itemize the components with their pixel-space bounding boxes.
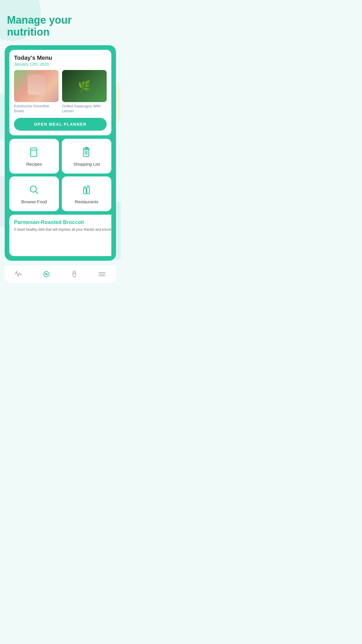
asparagus-image <box>62 70 107 102</box>
svg-point-8 <box>30 186 36 192</box>
browse-food-action-card[interactable]: Browse Food <box>9 176 59 211</box>
nav-item-nutrition[interactable] <box>38 269 55 279</box>
book-svg <box>29 147 39 158</box>
search-icon <box>28 183 41 196</box>
recipes-label: Recipes <box>26 162 42 167</box>
svg-point-18 <box>46 274 47 275</box>
shopping-list-label: Shopping List <box>73 162 100 167</box>
restaurants-label: Restaurants <box>75 199 99 204</box>
nav-item-menu[interactable] <box>93 269 111 279</box>
todays-menu-card: Today's Menu January 12th, 2020 Kombucha… <box>9 50 111 135</box>
featured-scroll: Parmesan-Roasted Broccoli A heart health… <box>9 215 111 256</box>
list-icon <box>80 146 93 159</box>
bottom-navigation <box>5 265 116 283</box>
header: Manage your nutrition <box>0 0 121 45</box>
activity-icon <box>15 270 23 278</box>
search-svg <box>29 185 39 195</box>
menu-section-title: Today's Menu <box>14 55 107 61</box>
supplements-icon <box>70 270 78 278</box>
recipes-action-card[interactable]: Recipes <box>9 139 59 174</box>
restaurants-action-card[interactable]: Restaurants <box>62 176 111 211</box>
quick-actions-grid: Recipes Shopping List <box>9 139 111 211</box>
kombucha-label: Kombucha Smoothie Bowls <box>14 104 59 114</box>
svg-rect-0 <box>31 148 37 157</box>
shopping-list-action-card[interactable]: Shopping List <box>62 139 111 174</box>
open-meal-planner-button[interactable]: OPEN MEAL PLANNER <box>14 118 107 131</box>
nav-item-activity[interactable] <box>10 269 27 279</box>
asparagus-label: Grilled Asparagus With Lemon <box>62 104 107 114</box>
asparagus-img-art <box>62 70 107 102</box>
book-icon <box>28 146 41 159</box>
nutrition-icon <box>42 270 50 278</box>
page-title: Manage your nutrition <box>7 14 114 38</box>
nav-item-supplements[interactable] <box>66 269 83 279</box>
kombucha-image <box>14 70 59 102</box>
menu-items-list: Kombucha Smoothie Bowls Grilled Asparagu… <box>14 70 107 114</box>
featured-description: A heart healthy dish that will impress a… <box>14 227 111 232</box>
browse-food-label: Browse Food <box>21 199 47 204</box>
featured-title: Parmesan-Roasted Broccoli <box>14 219 111 226</box>
featured-recipe-card[interactable]: Parmesan-Roasted Broccoli A heart health… <box>9 215 111 256</box>
menu-item-kombucha[interactable]: Kombucha Smoothie Bowls <box>14 70 59 114</box>
bottles-svg <box>81 185 92 195</box>
featured-text: Parmesan-Roasted Broccoli A heart health… <box>14 219 111 251</box>
menu-item-asparagus[interactable]: Grilled Asparagus With Lemon <box>62 70 107 114</box>
svg-rect-19 <box>73 271 75 277</box>
hamburger-menu-icon <box>98 270 106 278</box>
svg-rect-2 <box>84 148 89 157</box>
svg-line-9 <box>36 191 38 194</box>
menu-date: January 12th, 2020 <box>14 62 107 66</box>
kombucha-img-art <box>14 70 59 102</box>
list-svg <box>81 147 92 158</box>
main-card: Today's Menu January 12th, 2020 Kombucha… <box>5 45 116 261</box>
bottles-icon <box>80 183 93 196</box>
